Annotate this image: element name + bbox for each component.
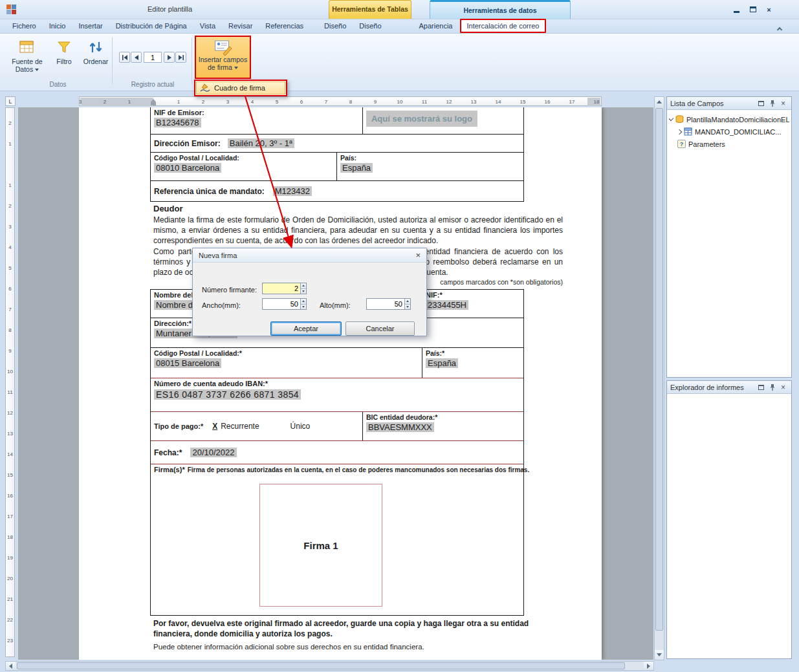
tab-revisar[interactable]: Revisar — [223, 19, 258, 33]
menu-item-cuadro-de-firma[interactable]: Cuadro de firma — [196, 81, 285, 94]
fecha-field[interactable]: 20/10/2022 — [190, 448, 236, 457]
ruler-number: 1 — [117, 97, 142, 107]
previous-record-icon — [133, 54, 140, 61]
ribbon-collapse-button[interactable] — [774, 25, 785, 32]
report-explorer-panel: Explorador de informes × — [666, 380, 792, 659]
bic-field[interactable]: BBVAESMMXXX — [366, 422, 434, 432]
tipo-pago-x-mark[interactable]: X — [212, 422, 217, 431]
minimize-button[interactable] — [731, 5, 742, 14]
scroll-down-button[interactable] — [655, 650, 664, 660]
tab-inicio[interactable]: Inicio — [43, 19, 72, 33]
database-icon — [675, 115, 684, 124]
record-number-input[interactable] — [144, 52, 162, 63]
vertical-scrollbar-thumb[interactable] — [655, 108, 663, 631]
ruler-number: 13 — [6, 424, 14, 444]
pin-button[interactable] — [767, 98, 777, 108]
previous-record-button[interactable] — [131, 52, 142, 63]
maximize-button[interactable] — [756, 382, 766, 392]
spin-up-icon — [301, 299, 306, 305]
emisor-nif-field[interactable]: B12345678 — [154, 118, 201, 127]
deudor-cp-label: Código Postal / Localidad:* — [154, 349, 419, 357]
spin-up-icon — [301, 283, 306, 289]
numero-firmante-input[interactable] — [263, 283, 300, 294]
ribbon: Fuente de Datos Filtro Ordenar Datos — [0, 34, 799, 91]
ruler-number: 18 — [584, 97, 609, 107]
ancho-input[interactable] — [263, 299, 300, 309]
deudor-nif-cell: NIF:* 2334455H — [422, 290, 472, 318]
ruler-number: 14 — [6, 444, 14, 465]
tipo-recurrente-label[interactable]: Recurrente — [221, 422, 259, 431]
filter-icon — [56, 39, 72, 56]
dialog-close-button[interactable]: × — [415, 251, 421, 259]
tab-insertar[interactable]: Insertar — [72, 19, 108, 33]
ruler-number: 1 — [6, 134, 14, 155]
logo-cell: Aquí se mostrará su logo — [363, 107, 481, 134]
ribbon-group-datos: Fuente de Datos Filtro Ordenar Datos — [4, 35, 112, 89]
aceptar-button[interactable]: Aceptar — [270, 321, 342, 336]
maximize-button[interactable] — [756, 98, 766, 108]
tree-item-datasource[interactable]: PlantillaMandatoDomiciliacionEL — [669, 113, 789, 125]
tipo-unico-label[interactable]: Único — [290, 422, 311, 431]
group-label-registro-actual: Registro actual — [114, 81, 192, 88]
minimize-icon — [734, 11, 739, 13]
tab-apariencia[interactable]: Apariencia — [413, 19, 459, 33]
table-row: Número de cuenta adeudo IBAN:* ES16 0487… — [151, 378, 523, 412]
field-list-panel: Lista de Campos × PlantillaMandatoDomici… — [666, 96, 792, 378]
document-page[interactable]: NIF de Emisor: B12345678 Aquí se mostrar… — [79, 107, 602, 660]
emisor-pais-cell: País: España — [337, 153, 376, 180]
filter-label: Filtro — [56, 58, 71, 65]
firma-note: Firma de personas autorizadas en la cuen… — [188, 466, 530, 473]
restore-button[interactable] — [747, 5, 758, 14]
emisor-nif-cell: NIF de Emisor: B12345678 — [151, 107, 363, 134]
insert-signature-fields-button[interactable]: Insertar campos de firma — [195, 36, 251, 79]
tab-distribucion-de-pagina[interactable]: Distribución de Página — [110, 19, 193, 33]
window-controls: × — [731, 5, 774, 14]
table-row: Dirección Emisor: Bailén 20, 3º - 1ª — [151, 135, 523, 153]
tab-fichero[interactable]: Fichero — [6, 19, 42, 33]
tab-vista[interactable]: Vista — [194, 19, 221, 33]
scroll-right-button[interactable] — [644, 662, 653, 670]
scroll-up-button[interactable] — [655, 97, 664, 107]
referencia-field[interactable]: M123432 — [273, 186, 312, 196]
ancho-label: Ancho(mm): — [202, 301, 241, 309]
sort-button[interactable]: Ordenar — [80, 36, 111, 79]
contextual-group-data-tools[interactable]: Herramientas de datos — [430, 0, 571, 19]
deudor-heading: Deudor — [153, 204, 183, 213]
tab-diseno-datos[interactable]: Diseño — [353, 19, 387, 33]
close-panel-button[interactable]: × — [778, 382, 788, 392]
signature-box[interactable]: Firma 1 — [259, 484, 382, 607]
title-bar: Editor plantilla Herramientas de Tablas … — [0, 0, 799, 19]
cancelar-button[interactable]: Cancelar — [345, 321, 415, 336]
tree-item-table[interactable]: MANDATO_DOMICILIAC... — [669, 125, 789, 138]
alto-spinner[interactable] — [404, 299, 410, 309]
numero-firmante-spinner[interactable] — [300, 283, 306, 294]
ancho-spinner[interactable] — [300, 299, 306, 309]
dialog-title-bar[interactable]: Nueva firma × — [193, 248, 426, 263]
tab-selector-box[interactable]: L — [5, 96, 16, 106]
ruler-number: 15 — [510, 97, 535, 107]
filter-button[interactable]: Filtro — [49, 36, 79, 79]
iban-field[interactable]: ES16 0487 3737 6266 6871 3854 — [154, 389, 301, 400]
contextual-group-table-tools[interactable]: Herramientas de Tablas — [329, 0, 411, 19]
deudor-pais-field[interactable]: España — [426, 358, 458, 368]
emisor-cp-field[interactable]: 08010 Barcelona — [154, 163, 221, 173]
deudor-nif-field[interactable]: 2334455H — [426, 300, 468, 310]
deudor-cp-field[interactable]: 08015 Barcelona — [154, 358, 221, 368]
ruler-number: 6 — [6, 279, 14, 299]
last-record-button[interactable] — [175, 52, 186, 63]
emisor-direccion-field[interactable]: Bailén 20, 3º - 1ª — [228, 138, 294, 148]
tree-item-parameters[interactable]: ? Parameters — [669, 138, 789, 150]
next-record-button[interactable] — [164, 52, 175, 63]
tab-diseno-tablas[interactable]: Diseño — [318, 19, 352, 33]
pin-button[interactable] — [767, 382, 777, 392]
horizontal-scrollbar-thumb[interactable] — [17, 662, 625, 669]
first-record-button[interactable] — [119, 52, 130, 63]
emisor-pais-field[interactable]: España — [340, 163, 373, 173]
alto-input[interactable] — [367, 299, 404, 309]
tab-referencias[interactable]: Referencias — [259, 19, 309, 33]
data-source-button[interactable]: Fuente de Datos — [8, 36, 47, 79]
close-button[interactable]: × — [763, 5, 774, 14]
close-panel-button[interactable]: × — [778, 98, 788, 108]
tab-intercalacion-de-correo[interactable]: Intercalación de correo — [460, 19, 547, 33]
scroll-left-button[interactable] — [6, 662, 16, 670]
